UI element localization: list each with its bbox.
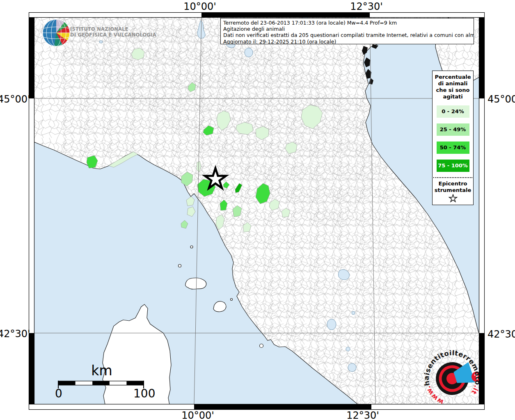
event-info-line2: Agitazione degli animali: [223, 26, 471, 32]
lon-label-top-left: 10°00': [181, 1, 218, 12]
scale-max-label: 100: [133, 387, 155, 400]
questionnaire-map-page: ? www.haisentitoilterremoto.it 10°00' 12…: [0, 0, 515, 420]
ingv-name-line1: ISTITUTO NAZIONALE: [70, 26, 156, 32]
lat-label-left-top: 45°00': [0, 94, 26, 105]
event-info-box: Terremoto del 23-06-2013 17:01:33 (ora l…: [220, 18, 474, 44]
event-info-line3: Dati non verificati estratti da 205 ques…: [223, 32, 471, 38]
legend-star-icon: [448, 194, 458, 203]
map-interior: ? www.haisentitoilterremoto.it: [27, 0, 490, 420]
lon-label-bottom-right: 12°30': [344, 410, 381, 420]
map-canvas: ? www.haisentitoilterremoto.it: [0, 0, 515, 420]
lon-label-bottom-left: 10°00': [179, 410, 216, 420]
legend-title: Percentuale di animali che si sono agita…: [433, 74, 473, 100]
lon-label-top-right: 12°30': [348, 1, 385, 12]
lat-label-right-top: 45°00': [488, 94, 515, 105]
legend-divider: [433, 177, 472, 178]
scale-min-label: 0: [53, 387, 64, 400]
elba-island: [185, 278, 206, 290]
ingv-name-line2: DI GEOFISICA E VULCANOLOGIA: [70, 32, 156, 38]
lat-label-right-bottom: 42°30': [488, 329, 515, 340]
legend-swatch-75-100: 75 - 100%: [437, 160, 469, 172]
legend-swatch-25-49: 25 - 49%: [437, 123, 469, 136]
legend-swatch-50-74: 50 - 74%: [437, 142, 469, 154]
lat-label-left-bottom: 42°30': [0, 328, 26, 340]
ingv-logo-text: ISTITUTO NAZIONALE DI GEOFISICA E VULCAN…: [70, 26, 156, 38]
event-info-line1: Terremoto del 23-06-2013 17:01:33 (ora l…: [223, 20, 471, 26]
ingv-globe-icon: [43, 19, 70, 46]
scale-unit-label: km: [87, 363, 116, 379]
legend-swatch-0-24: 0 - 24%: [437, 105, 469, 118]
event-info-line4: Aggiornato il: 29-12-2025 21:10 (ora loc…: [223, 39, 471, 44]
legend-epicenter-label: Epicentro strumentale: [433, 180, 473, 194]
legend-box: Percentuale di animali che si sono agita…: [432, 71, 474, 205]
